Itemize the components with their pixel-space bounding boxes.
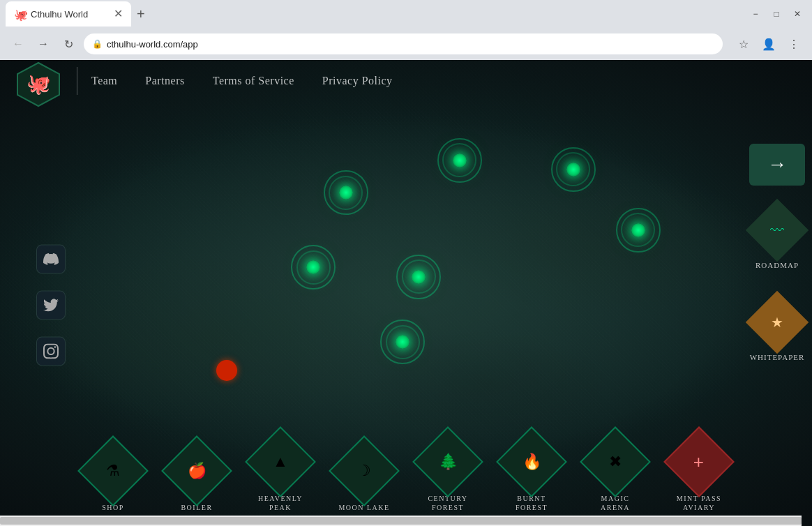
nav-partners[interactable]: Partners [145,75,184,87]
instagram-icon [43,343,59,359]
tab-close-button[interactable]: ✕ [114,8,123,20]
century-icon: 🌲 [439,453,458,471]
boiler-indicator [216,360,237,381]
mint-icon: + [693,451,704,473]
lock-icon: 🔒 [92,39,103,49]
horizontal-scrollbar[interactable] [0,516,802,526]
nav-team[interactable]: Team [91,75,117,87]
scrollbar-thumb[interactable] [0,517,802,525]
burnt-diamond-icon: 🔥 [496,426,567,497]
social-sidebar [36,244,66,366]
roadmap-button[interactable]: 〰 Roadmap [742,194,812,278]
zone-heavenly-peak[interactable]: ▲ HEAVENLYPEAK [239,437,322,512]
arrow-button[interactable]: → [749,144,805,186]
whitepaper-label: Whitepaper [750,353,805,361]
address-bar: ← → ↻ 🔒 cthulhu-world.com/app ☆ 👤 ⋮ [0,28,812,60]
logo[interactable]: 🐙 [14,60,63,109]
map-location-dot-3[interactable] [552,149,594,190]
svg-text:🐙: 🐙 [27,73,51,96]
nav-terms[interactable]: Terms of Service [213,75,294,87]
map-location-dot-7[interactable] [382,321,423,363]
profile-button[interactable]: 👤 [759,34,779,54]
map-location-dot-4[interactable] [617,209,659,251]
whitepaper-button[interactable]: ★ Whitepaper [742,286,812,370]
zone-century-forest[interactable]: 🌲 CENTURYFOREST [406,437,490,512]
discord-button[interactable] [36,244,66,273]
window-controls: − □ ✕ [746,5,806,23]
moonlake-diamond-icon: ☽ [329,435,400,506]
moonlake-icon: ☽ [357,462,371,480]
nav-overlay: 🐙 Team Partners Terms of Service Privacy… [0,60,812,102]
mint-diamond-icon: + [663,426,735,497]
twitter-icon [43,297,59,313]
right-sidebar: → 〰 Roadmap ★ Whitepaper [742,144,812,370]
shop-diamond-icon: ⚗ [77,435,149,506]
page-content: 🐙 Team Partners Terms of Service Privacy… [0,60,812,526]
roadmap-label: Roadmap [755,261,799,269]
zone-magic-arena[interactable]: ✖ MAGICARENA [573,437,657,512]
nav-divider [77,67,77,95]
map-location-dot-1[interactable] [325,172,367,213]
zone-moon-lake[interactable]: ☽ MOON LAKE [322,446,406,512]
bottom-zones: ⚗ SHOP 🍎 BOILER ▲ HEAVENLYPEAK [0,437,812,512]
close-button[interactable]: ✕ [788,5,806,23]
tab-favicon: 🐙 [14,8,25,20]
maximize-button[interactable]: □ [767,5,785,23]
nav-links: Team Partners Terms of Service Privacy P… [91,75,393,87]
zone-boiler[interactable]: 🍎 BOILER [155,446,239,512]
heavenly-icon: ▲ [273,453,288,471]
forward-button[interactable]: → [33,34,53,54]
roadmap-icon: 〰 [770,223,784,239]
new-tab-button[interactable]: + [131,6,151,22]
menu-button[interactable]: ⋮ [784,34,804,54]
nav-privacy[interactable]: Privacy Policy [322,75,393,87]
tab-bar: 🐙 Cthulhu World ✕ + [6,0,741,28]
map-location-dot-2[interactable] [439,140,481,181]
boiler-icon: 🍎 [188,462,206,480]
map-location-dot-6[interactable] [398,256,439,298]
burnt-icon: 🔥 [522,453,541,471]
back-button[interactable]: ← [8,34,28,54]
magic-icon: ✖ [609,453,622,471]
reload-button[interactable]: ↻ [59,34,78,54]
url-actions: ☆ 👤 ⋮ [734,34,804,54]
browser-tab[interactable]: 🐙 Cthulhu World ✕ [6,1,131,27]
boiler-diamond-icon: 🍎 [161,435,232,506]
tab-title: Cthulhu World [31,9,108,20]
discord-icon [43,251,59,266]
century-diamond-icon: 🌲 [412,426,483,497]
url-bar[interactable]: 🔒 cthulhu-world.com/app [84,33,723,54]
zone-mint-pass[interactable]: + MINT PASSAVIARY [657,437,741,512]
instagram-button[interactable] [36,336,66,366]
whitepaper-icon: ★ [771,314,783,331]
shop-icon: ⚗ [106,462,120,480]
map-location-dot-5[interactable] [292,246,334,288]
url-text: cthulhu-world.com/app [107,39,198,50]
minimize-button[interactable]: − [746,5,765,23]
magic-diamond-icon: ✖ [580,426,651,497]
twitter-button[interactable] [36,290,66,320]
heavenly-diamond-icon: ▲ [245,426,316,497]
zone-burnt-forest[interactable]: 🔥 BURNTFOREST [490,437,573,512]
zone-shop[interactable]: ⚗ SHOP [71,446,155,512]
browser-frame: 🐙 Cthulhu World ✕ + − □ ✕ ← → ↻ 🔒 cthulh… [0,0,812,526]
bookmark-button[interactable]: ☆ [734,34,753,54]
title-bar: 🐙 Cthulhu World ✕ + − □ ✕ [0,0,812,28]
